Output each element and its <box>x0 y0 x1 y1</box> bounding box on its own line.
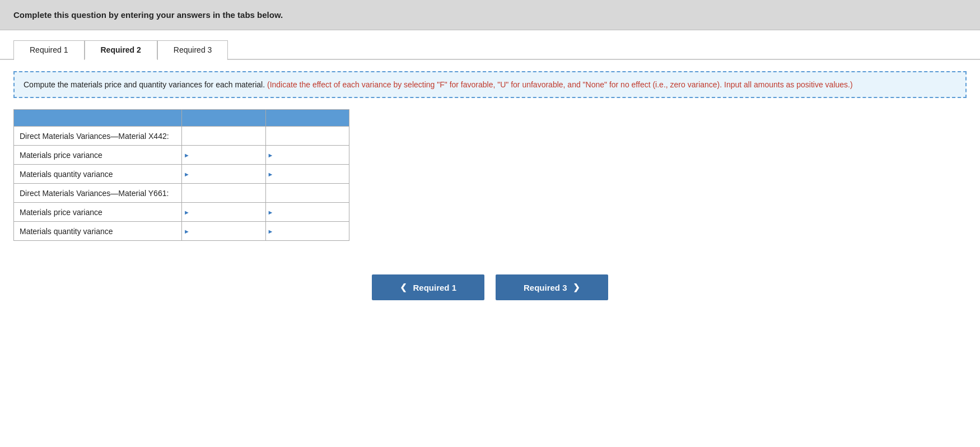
row-y661-col2 <box>265 184 349 203</box>
row-label-y661-qty: Materials quantity variance <box>14 222 182 241</box>
table-row: Materials price variance ► ► <box>14 203 349 222</box>
variances-table: Direct Materials Variances—Material X442… <box>13 109 349 241</box>
arrow-icon: ► <box>266 228 274 235</box>
y661-qty-effect[interactable] <box>273 222 349 240</box>
tab-required3[interactable]: Required 3 <box>157 40 228 60</box>
arrow-icon: ► <box>182 152 190 159</box>
row-x442-qty-col1[interactable]: ► <box>182 165 266 184</box>
content-area: Compute the materials price and quantity… <box>0 60 980 447</box>
instruction-box: Compute the materials price and quantity… <box>13 71 967 98</box>
x442-price-amount[interactable] <box>190 146 265 164</box>
arrow-icon: ► <box>182 171 190 178</box>
x442-qty-effect[interactable] <box>273 165 349 183</box>
row-y661-col1 <box>182 184 266 203</box>
row-label-y661-price: Materials price variance <box>14 203 182 222</box>
next-label: Required 3 <box>524 283 567 292</box>
nav-buttons: ❮ Required 1 Required 3 ❯ <box>13 263 967 311</box>
row-y661-qty-col1[interactable]: ► <box>182 222 266 241</box>
row-y661-price-col1[interactable]: ► <box>182 203 266 222</box>
row-label-x442-header: Direct Materials Variances—Material X442… <box>14 127 182 146</box>
header-instruction: Complete this question by entering your … <box>0 0 980 30</box>
table-row: Direct Materials Variances—Material X442… <box>14 127 349 146</box>
next-button[interactable]: Required 3 ❯ <box>496 274 608 300</box>
arrow-icon: ► <box>182 228 190 235</box>
col-header-1 <box>182 110 266 127</box>
row-x442-price-col2[interactable]: ► <box>265 146 349 165</box>
row-x442-col2 <box>265 127 349 146</box>
row-x442-qty-col2[interactable]: ► <box>265 165 349 184</box>
row-y661-qty-col2[interactable]: ► <box>265 222 349 241</box>
prev-label: Required 1 <box>413 283 456 292</box>
arrow-icon: ► <box>266 171 274 178</box>
row-label-x442-price: Materials price variance <box>14 146 182 165</box>
arrow-icon: ► <box>266 209 274 216</box>
tab-required2[interactable]: Required 2 <box>85 40 157 60</box>
row-label-y661-header: Direct Materials Variances—Material Y661… <box>14 184 182 203</box>
table-row: Materials price variance ► ► <box>14 146 349 165</box>
row-y661-price-col2[interactable]: ► <box>265 203 349 222</box>
row-x442-col1 <box>182 127 266 146</box>
table-row: Direct Materials Variances—Material Y661… <box>14 184 349 203</box>
y661-qty-amount[interactable] <box>190 222 265 240</box>
row-label-x442-qty: Materials quantity variance <box>14 165 182 184</box>
y661-price-amount[interactable] <box>190 203 265 221</box>
arrow-icon: ► <box>266 152 274 159</box>
table-row: Materials quantity variance ► ► <box>14 165 349 184</box>
col-header-2 <box>265 110 349 127</box>
instruction-main: Compute the materials price and quantity… <box>24 80 267 89</box>
prev-icon: ❮ <box>400 282 407 292</box>
prev-button[interactable]: ❮ Required 1 <box>372 274 484 300</box>
tabs-container: Required 1 Required 2 Required 3 <box>0 30 980 60</box>
x442-price-effect[interactable] <box>273 146 349 164</box>
row-x442-price-col1[interactable]: ► <box>182 146 266 165</box>
next-icon: ❯ <box>573 282 580 292</box>
tab-required1[interactable]: Required 1 <box>13 40 85 60</box>
x442-qty-amount[interactable] <box>190 165 265 183</box>
col-header-label <box>14 110 182 127</box>
arrow-icon: ► <box>182 209 190 216</box>
instruction-detail: (Indicate the effect of each variance by… <box>267 80 853 89</box>
y661-price-effect[interactable] <box>273 203 349 221</box>
table-row: Materials quantity variance ► ► <box>14 222 349 241</box>
header-text: Complete this question by entering your … <box>13 10 283 20</box>
